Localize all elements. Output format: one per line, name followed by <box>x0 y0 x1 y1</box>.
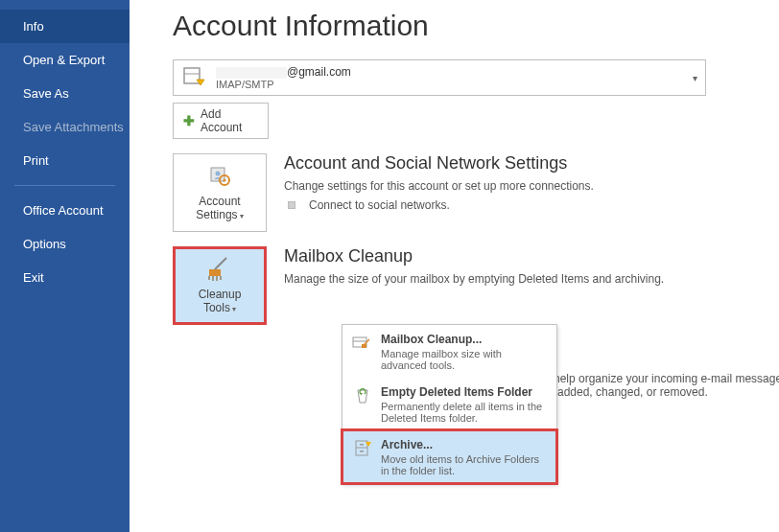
account-protocol: IMAP/SMTP <box>216 79 351 90</box>
tile-label: Account <box>199 195 240 208</box>
broom-icon <box>205 257 234 282</box>
user-gear-icon <box>205 164 234 189</box>
sidebar-item-office-account[interactable]: Office Account <box>0 194 130 227</box>
svg-marker-21 <box>366 442 371 447</box>
sidebar-item-info[interactable]: Info <box>0 10 130 43</box>
cleanup-tools-button[interactable]: Cleanup Tools ▾ <box>173 246 267 325</box>
menu-item-desc: Move old items to Archive Folders in the… <box>381 453 547 476</box>
sidebar-item-open-export[interactable]: Open & Export <box>0 43 130 77</box>
account-email: @gmail.com <box>216 65 351 79</box>
menu-item-archive[interactable]: Archive... Move old items to Archive Fol… <box>342 430 556 483</box>
svg-point-4 <box>216 172 221 176</box>
svg-rect-19 <box>360 444 364 446</box>
main-content: Account Information @gmail.com IMAP/SMTP… <box>130 0 779 532</box>
svg-line-12 <box>215 258 226 269</box>
svg-rect-7 <box>209 269 221 276</box>
section-title: Account and Social Network Settings <box>284 153 594 173</box>
section-desc: Manage the size of your mailbox by empty… <box>284 272 664 286</box>
add-account-label: Add Account <box>201 107 258 134</box>
plus-icon: ✚ <box>183 113 195 128</box>
svg-marker-2 <box>197 80 204 85</box>
section-title: Mailbox Cleanup <box>284 246 664 266</box>
menu-item-title: Archive... <box>381 438 547 451</box>
sidebar-item-save-attachments: Save Attachments <box>0 110 130 144</box>
chevron-down-icon: ▾ <box>693 73 697 83</box>
file-cabinet-icon <box>352 439 373 458</box>
section-mailbox-cleanup: Cleanup Tools ▾ Mailbox Cleanup Manage t… <box>173 246 755 325</box>
section-desc: Change settings for this account or set … <box>284 179 594 193</box>
section-account-settings: Account Settings ▾ Account and Social Ne… <box>173 153 755 232</box>
redacted-email-user <box>216 67 287 79</box>
account-settings-button[interactable]: Account Settings ▾ <box>173 153 267 232</box>
sidebar-item-save-as[interactable]: Save As <box>0 77 130 110</box>
page-title: Account Information <box>173 10 755 42</box>
tile-label: Tools <box>203 301 230 314</box>
tile-label: Cleanup <box>199 288 242 301</box>
menu-item-desc: Manage mailbox size with advanced tools. <box>381 348 547 371</box>
menu-item-title: Mailbox Cleanup... <box>381 333 547 346</box>
connect-social-link[interactable]: Connect to social networks. <box>284 198 594 212</box>
section-desc-partial: o help organize your incoming e-mail mes… <box>544 372 779 399</box>
menu-item-desc: Permanently delete all items in the Dele… <box>381 401 547 424</box>
sidebar-item-exit[interactable]: Exit <box>0 261 130 294</box>
menu-item-mailbox-cleanup[interactable]: Mailbox Cleanup... Manage mailbox size w… <box>342 325 556 378</box>
sidebar-item-options[interactable]: Options <box>0 227 130 261</box>
broom-box-icon <box>352 334 373 353</box>
svg-rect-20 <box>360 451 364 452</box>
cleanup-tools-menu: Mailbox Cleanup... Manage mailbox size w… <box>342 324 557 484</box>
recycle-bin-icon <box>352 386 373 405</box>
menu-item-title: Empty Deleted Items Folder <box>381 385 547 399</box>
svg-rect-15 <box>362 344 366 348</box>
sidebar-item-print[interactable]: Print <box>0 144 130 177</box>
sidebar: Info Open & Export Save As Save Attachme… <box>0 0 130 532</box>
add-account-button[interactable]: ✚ Add Account <box>173 103 269 139</box>
bullet-icon <box>288 201 295 209</box>
inbox-icon <box>181 66 206 89</box>
svg-point-6 <box>224 179 226 182</box>
menu-item-empty-deleted[interactable]: Empty Deleted Items Folder Permanently d… <box>342 378 556 430</box>
account-selector[interactable]: @gmail.com IMAP/SMTP ▾ <box>173 59 706 96</box>
svg-marker-16 <box>361 393 364 396</box>
tile-label: Settings <box>196 208 237 221</box>
sidebar-divider <box>14 185 115 186</box>
